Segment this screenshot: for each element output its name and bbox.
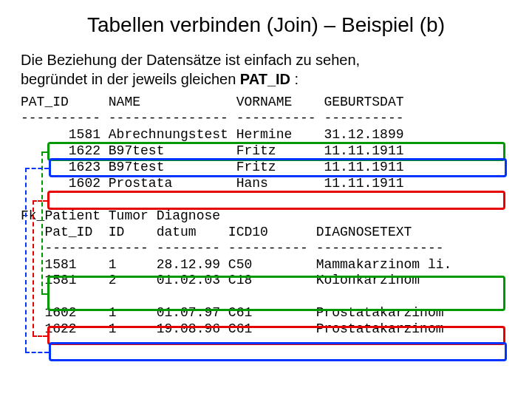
join-line-1602-h1 <box>33 200 47 202</box>
intro-line1: Die Beziehung der Datensätze ist einfach… <box>21 52 360 68</box>
join-line-1622-v <box>25 168 27 352</box>
slide-title: Tabellen verbinden (Join) – Beispiel (b) <box>21 13 511 37</box>
join-line-1581-h2 <box>41 293 47 295</box>
intro-text: Die Beziehung der Datensätze ist einfach… <box>21 50 511 89</box>
join-line-1602-v <box>33 200 34 335</box>
join-line-1581-v <box>41 151 43 293</box>
intro-line2a: begründet in der jeweils gleichen <box>21 71 240 87</box>
join-line-1602-h2 <box>33 335 47 337</box>
intro-patid: PAT_ID <box>240 71 290 87</box>
intro-line2c: : <box>290 71 299 87</box>
box-1622-bottom <box>49 342 507 361</box>
join-line-1622-h1 <box>25 168 49 169</box>
box-1602-top <box>47 191 505 210</box>
join-line-1622-h2 <box>25 352 49 353</box>
box-1622-top <box>49 158 507 177</box>
box-1581-bottom <box>47 276 505 311</box>
join-line-1581-h1 <box>41 151 47 153</box>
